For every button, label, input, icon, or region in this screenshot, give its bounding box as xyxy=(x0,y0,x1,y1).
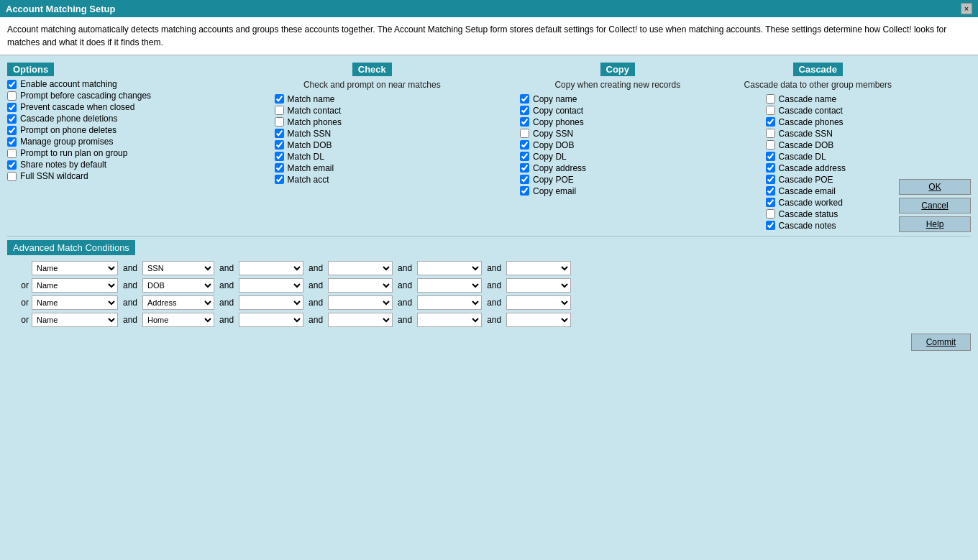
condition-empty-2-0[interactable]: NameSSNDOBAddressHomePhoneEmail xyxy=(239,295,303,310)
condition-empty-1-3[interactable]: NameSSNDOBAddressHomePhoneEmail xyxy=(506,278,571,293)
copy-label-3: Copy SSN xyxy=(533,129,573,139)
cascade-list: Cascade nameCascade contactCascade phone… xyxy=(744,94,892,231)
cascade-checkbox-9[interactable] xyxy=(766,198,775,207)
condition-and-3-1: and xyxy=(306,315,325,325)
condition-and-2-0: and xyxy=(217,298,236,308)
check-item-2: Match phones xyxy=(253,117,492,127)
copy-checkbox-8[interactable] xyxy=(520,186,529,196)
condition-empty-1-1[interactable]: NameSSNDOBAddressHomePhoneEmail xyxy=(328,278,393,293)
cascade-checkbox-10[interactable] xyxy=(766,209,775,219)
ok-button[interactable]: OK xyxy=(899,179,971,195)
options-item-8: Full SSN wildcard xyxy=(7,171,246,181)
condition-field2-0[interactable]: SSNDOBAddressHomePhoneEmailName xyxy=(142,261,214,275)
copy-checkbox-1[interactable] xyxy=(520,106,529,115)
check-item-1: Match contact xyxy=(253,106,492,116)
condition-and1-2: and xyxy=(121,298,140,308)
cascade-item-10: Cascade status xyxy=(744,209,892,219)
copy-checkbox-4[interactable] xyxy=(520,140,529,150)
condition-row-3: orNameSSNDOBAddressHomePhoneEmailandSSND… xyxy=(14,313,971,327)
condition-empty-2-1[interactable]: NameSSNDOBAddressHomePhoneEmail xyxy=(328,295,393,310)
check-checkbox-6[interactable] xyxy=(275,163,284,173)
cascade-column: Cascade Cascade data to other group memb… xyxy=(744,63,892,232)
options-checkbox-3[interactable] xyxy=(7,114,17,124)
copy-checkbox-5[interactable] xyxy=(520,152,529,161)
check-label-5: Match DL xyxy=(288,152,324,162)
copy-item-5: Copy DL xyxy=(498,152,737,162)
condition-empty-2-2[interactable]: NameSSNDOBAddressHomePhoneEmail xyxy=(417,295,482,310)
copy-checkbox-3[interactable] xyxy=(520,129,529,138)
condition-row-1: orNameSSNDOBAddressHomePhoneEmailandSSND… xyxy=(14,278,971,293)
condition-empty-3-1[interactable]: NameSSNDOBAddressHomePhoneEmail xyxy=(328,313,393,327)
description-text: Account matching automatically detects m… xyxy=(0,17,978,55)
condition-and-3-0: and xyxy=(217,315,236,325)
cascade-checkbox-2[interactable] xyxy=(766,117,775,127)
copy-checkbox-0[interactable] xyxy=(520,94,529,104)
options-checkbox-8[interactable] xyxy=(7,172,17,181)
copy-label-7: Copy POE xyxy=(533,175,574,185)
copy-checkbox-7[interactable] xyxy=(520,175,529,184)
condition-field2-3[interactable]: SSNDOBAddressHomePhoneEmailName xyxy=(142,313,214,327)
condition-empty-0-2[interactable]: NameSSNDOBAddressHomePhoneEmail xyxy=(417,261,482,275)
condition-empty-3-2[interactable]: NameSSNDOBAddressHomePhoneEmail xyxy=(417,313,482,327)
options-checkbox-2[interactable] xyxy=(7,103,17,112)
close-button[interactable]: × xyxy=(961,3,972,14)
cancel-button[interactable]: Cancel xyxy=(899,198,971,214)
options-item-2: Prevent cascade when closed xyxy=(7,102,246,112)
cascade-checkbox-7[interactable] xyxy=(766,175,775,184)
cascade-label-11: Cascade notes xyxy=(779,221,836,231)
check-checkbox-5[interactable] xyxy=(275,152,284,161)
cascade-checkbox-6[interactable] xyxy=(766,163,775,173)
cascade-checkbox-8[interactable] xyxy=(766,186,775,196)
condition-field2-2[interactable]: SSNDOBAddressHomePhoneEmailName xyxy=(142,295,214,310)
copy-checkbox-2[interactable] xyxy=(520,117,529,127)
check-list: Match nameMatch contactMatch phonesMatch… xyxy=(253,94,492,185)
help-button[interactable]: Help xyxy=(899,216,971,232)
check-checkbox-4[interactable] xyxy=(275,140,284,150)
options-label-2: Prevent cascade when closed xyxy=(20,102,134,112)
options-checkbox-0[interactable] xyxy=(7,80,17,89)
cascade-item-8: Cascade email xyxy=(744,186,892,196)
condition-row-2: orNameSSNDOBAddressHomePhoneEmailandSSND… xyxy=(14,295,971,310)
options-label-8: Full SSN wildcard xyxy=(20,171,88,181)
check-checkbox-3[interactable] xyxy=(275,129,284,138)
options-checkbox-4[interactable] xyxy=(7,126,17,135)
options-checkbox-6[interactable] xyxy=(7,149,17,158)
condition-empty-3-3[interactable]: NameSSNDOBAddressHomePhoneEmail xyxy=(506,313,571,327)
condition-field1-2[interactable]: NameSSNDOBAddressHomePhoneEmail xyxy=(32,295,118,310)
options-column: Options Enable account matchingPrompt be… xyxy=(7,63,246,183)
cascade-checkbox-11[interactable] xyxy=(766,221,775,230)
options-item-5: Manage group promises xyxy=(7,137,246,147)
condition-empty-0-3[interactable]: NameSSNDOBAddressHomePhoneEmail xyxy=(506,261,571,275)
commit-button[interactable]: Commit xyxy=(911,334,971,351)
condition-field2-1[interactable]: SSNDOBAddressHomePhoneEmailName xyxy=(142,278,214,293)
cascade-checkbox-4[interactable] xyxy=(766,140,775,150)
check-checkbox-2[interactable] xyxy=(275,117,284,127)
check-checkbox-1[interactable] xyxy=(275,106,284,115)
condition-field1-0[interactable]: NameSSNDOBAddressHomePhoneEmail xyxy=(32,261,118,275)
options-checkbox-5[interactable] xyxy=(7,137,17,147)
options-header: Options xyxy=(7,63,54,76)
condition-field1-1[interactable]: NameSSNDOBAddressHomePhoneEmail xyxy=(32,278,118,293)
copy-checkbox-6[interactable] xyxy=(520,163,529,173)
condition-prefix-1: or xyxy=(14,280,29,290)
cascade-checkbox-1[interactable] xyxy=(766,106,775,115)
cascade-checkbox-3[interactable] xyxy=(766,129,775,138)
check-checkbox-7[interactable] xyxy=(275,175,284,184)
action-buttons: OK Cancel Help xyxy=(899,63,971,232)
condition-empty-2-3[interactable]: NameSSNDOBAddressHomePhoneEmail xyxy=(506,295,571,310)
cascade-checkbox-5[interactable] xyxy=(766,152,775,161)
options-checkbox-7[interactable] xyxy=(7,160,17,170)
options-label-5: Manage group promises xyxy=(20,137,113,147)
condition-empty-0-0[interactable]: NameSSNDOBAddressHomePhoneEmail xyxy=(239,261,303,275)
condition-empty-0-1[interactable]: NameSSNDOBAddressHomePhoneEmail xyxy=(328,261,393,275)
cascade-subheader: Cascade data to other group members xyxy=(744,79,892,91)
options-label-6: Prompt to run plan on group xyxy=(20,148,127,158)
condition-row-0: NameSSNDOBAddressHomePhoneEmailandSSNDOB… xyxy=(14,261,971,275)
check-checkbox-0[interactable] xyxy=(275,94,284,104)
options-checkbox-1[interactable] xyxy=(7,91,17,101)
condition-empty-1-0[interactable]: NameSSNDOBAddressHomePhoneEmail xyxy=(239,278,303,293)
condition-empty-1-2[interactable]: NameSSNDOBAddressHomePhoneEmail xyxy=(417,278,482,293)
condition-field1-3[interactable]: NameSSNDOBAddressHomePhoneEmail xyxy=(32,313,118,327)
cascade-checkbox-0[interactable] xyxy=(766,94,775,104)
condition-empty-3-0[interactable]: NameSSNDOBAddressHomePhoneEmail xyxy=(239,313,303,327)
